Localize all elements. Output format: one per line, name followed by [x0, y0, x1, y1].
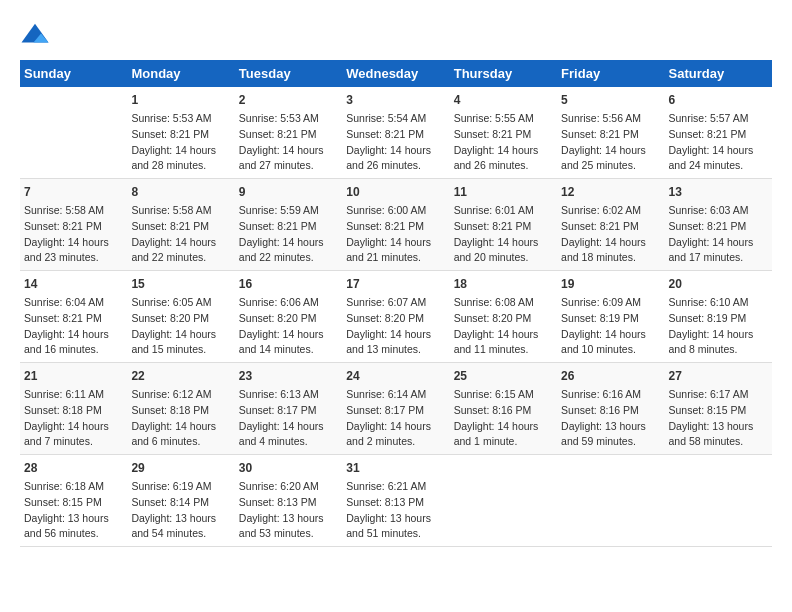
day-number: 17: [346, 275, 445, 293]
day-cell: 2Sunrise: 5:53 AM Sunset: 8:21 PM Daylig…: [235, 87, 342, 179]
day-info: Sunrise: 5:57 AM Sunset: 8:21 PM Dayligh…: [669, 111, 768, 174]
day-number: 8: [131, 183, 230, 201]
day-info: Sunrise: 6:21 AM Sunset: 8:13 PM Dayligh…: [346, 479, 445, 542]
logo: [20, 20, 54, 50]
day-cell: 15Sunrise: 6:05 AM Sunset: 8:20 PM Dayli…: [127, 271, 234, 363]
day-number: 3: [346, 91, 445, 109]
day-info: Sunrise: 6:00 AM Sunset: 8:21 PM Dayligh…: [346, 203, 445, 266]
day-number: 25: [454, 367, 553, 385]
calendar-body: 1Sunrise: 5:53 AM Sunset: 8:21 PM Daylig…: [20, 87, 772, 547]
day-number: 14: [24, 275, 123, 293]
day-number: 21: [24, 367, 123, 385]
day-number: 4: [454, 91, 553, 109]
day-cell: 13Sunrise: 6:03 AM Sunset: 8:21 PM Dayli…: [665, 179, 772, 271]
day-cell: 26Sunrise: 6:16 AM Sunset: 8:16 PM Dayli…: [557, 363, 664, 455]
day-cell: 25Sunrise: 6:15 AM Sunset: 8:16 PM Dayli…: [450, 363, 557, 455]
day-cell: 28Sunrise: 6:18 AM Sunset: 8:15 PM Dayli…: [20, 455, 127, 547]
calendar-table: SundayMondayTuesdayWednesdayThursdayFrid…: [20, 60, 772, 547]
day-cell: 17Sunrise: 6:07 AM Sunset: 8:20 PM Dayli…: [342, 271, 449, 363]
day-cell: 8Sunrise: 5:58 AM Sunset: 8:21 PM Daylig…: [127, 179, 234, 271]
week-row-1: 1Sunrise: 5:53 AM Sunset: 8:21 PM Daylig…: [20, 87, 772, 179]
day-info: Sunrise: 5:58 AM Sunset: 8:21 PM Dayligh…: [131, 203, 230, 266]
day-cell: 23Sunrise: 6:13 AM Sunset: 8:17 PM Dayli…: [235, 363, 342, 455]
day-cell: 12Sunrise: 6:02 AM Sunset: 8:21 PM Dayli…: [557, 179, 664, 271]
day-info: Sunrise: 6:12 AM Sunset: 8:18 PM Dayligh…: [131, 387, 230, 450]
day-cell: 1Sunrise: 5:53 AM Sunset: 8:21 PM Daylig…: [127, 87, 234, 179]
day-number: 24: [346, 367, 445, 385]
week-row-5: 28Sunrise: 6:18 AM Sunset: 8:15 PM Dayli…: [20, 455, 772, 547]
week-row-3: 14Sunrise: 6:04 AM Sunset: 8:21 PM Dayli…: [20, 271, 772, 363]
day-cell: 20Sunrise: 6:10 AM Sunset: 8:19 PM Dayli…: [665, 271, 772, 363]
weekday-header-row: SundayMondayTuesdayWednesdayThursdayFrid…: [20, 60, 772, 87]
day-cell: 27Sunrise: 6:17 AM Sunset: 8:15 PM Dayli…: [665, 363, 772, 455]
day-number: 19: [561, 275, 660, 293]
day-number: 31: [346, 459, 445, 477]
day-number: 1: [131, 91, 230, 109]
day-info: Sunrise: 6:20 AM Sunset: 8:13 PM Dayligh…: [239, 479, 338, 542]
day-info: Sunrise: 6:06 AM Sunset: 8:20 PM Dayligh…: [239, 295, 338, 358]
day-info: Sunrise: 6:14 AM Sunset: 8:17 PM Dayligh…: [346, 387, 445, 450]
day-cell: 31Sunrise: 6:21 AM Sunset: 8:13 PM Dayli…: [342, 455, 449, 547]
day-info: Sunrise: 6:05 AM Sunset: 8:20 PM Dayligh…: [131, 295, 230, 358]
day-cell: 16Sunrise: 6:06 AM Sunset: 8:20 PM Dayli…: [235, 271, 342, 363]
day-info: Sunrise: 6:19 AM Sunset: 8:14 PM Dayligh…: [131, 479, 230, 542]
day-info: Sunrise: 6:04 AM Sunset: 8:21 PM Dayligh…: [24, 295, 123, 358]
day-info: Sunrise: 6:15 AM Sunset: 8:16 PM Dayligh…: [454, 387, 553, 450]
day-info: Sunrise: 6:11 AM Sunset: 8:18 PM Dayligh…: [24, 387, 123, 450]
day-cell: 11Sunrise: 6:01 AM Sunset: 8:21 PM Dayli…: [450, 179, 557, 271]
day-number: 20: [669, 275, 768, 293]
day-info: Sunrise: 6:09 AM Sunset: 8:19 PM Dayligh…: [561, 295, 660, 358]
day-cell: 22Sunrise: 6:12 AM Sunset: 8:18 PM Dayli…: [127, 363, 234, 455]
day-number: 22: [131, 367, 230, 385]
weekday-header-sunday: Sunday: [20, 60, 127, 87]
day-info: Sunrise: 6:08 AM Sunset: 8:20 PM Dayligh…: [454, 295, 553, 358]
weekday-header-tuesday: Tuesday: [235, 60, 342, 87]
weekday-header-saturday: Saturday: [665, 60, 772, 87]
day-number: 23: [239, 367, 338, 385]
day-cell: [450, 455, 557, 547]
day-cell: 3Sunrise: 5:54 AM Sunset: 8:21 PM Daylig…: [342, 87, 449, 179]
day-info: Sunrise: 5:56 AM Sunset: 8:21 PM Dayligh…: [561, 111, 660, 174]
day-number: 12: [561, 183, 660, 201]
weekday-header-monday: Monday: [127, 60, 234, 87]
day-number: 18: [454, 275, 553, 293]
weekday-header-thursday: Thursday: [450, 60, 557, 87]
day-number: 5: [561, 91, 660, 109]
day-number: 27: [669, 367, 768, 385]
day-info: Sunrise: 6:16 AM Sunset: 8:16 PM Dayligh…: [561, 387, 660, 450]
day-number: 11: [454, 183, 553, 201]
day-number: 9: [239, 183, 338, 201]
day-number: 30: [239, 459, 338, 477]
day-info: Sunrise: 5:59 AM Sunset: 8:21 PM Dayligh…: [239, 203, 338, 266]
day-info: Sunrise: 5:55 AM Sunset: 8:21 PM Dayligh…: [454, 111, 553, 174]
day-info: Sunrise: 6:01 AM Sunset: 8:21 PM Dayligh…: [454, 203, 553, 266]
day-number: 15: [131, 275, 230, 293]
day-number: 13: [669, 183, 768, 201]
day-number: 7: [24, 183, 123, 201]
day-info: Sunrise: 5:53 AM Sunset: 8:21 PM Dayligh…: [131, 111, 230, 174]
day-info: Sunrise: 5:54 AM Sunset: 8:21 PM Dayligh…: [346, 111, 445, 174]
day-number: 2: [239, 91, 338, 109]
day-cell: 21Sunrise: 6:11 AM Sunset: 8:18 PM Dayli…: [20, 363, 127, 455]
weekday-header-friday: Friday: [557, 60, 664, 87]
day-cell: 30Sunrise: 6:20 AM Sunset: 8:13 PM Dayli…: [235, 455, 342, 547]
day-cell: 4Sunrise: 5:55 AM Sunset: 8:21 PM Daylig…: [450, 87, 557, 179]
day-cell: 29Sunrise: 6:19 AM Sunset: 8:14 PM Dayli…: [127, 455, 234, 547]
logo-icon: [20, 20, 50, 50]
day-number: 28: [24, 459, 123, 477]
day-number: 26: [561, 367, 660, 385]
day-cell: 7Sunrise: 5:58 AM Sunset: 8:21 PM Daylig…: [20, 179, 127, 271]
day-cell: 5Sunrise: 5:56 AM Sunset: 8:21 PM Daylig…: [557, 87, 664, 179]
weekday-header-wednesday: Wednesday: [342, 60, 449, 87]
day-info: Sunrise: 6:13 AM Sunset: 8:17 PM Dayligh…: [239, 387, 338, 450]
day-cell: 24Sunrise: 6:14 AM Sunset: 8:17 PM Dayli…: [342, 363, 449, 455]
calendar-header: SundayMondayTuesdayWednesdayThursdayFrid…: [20, 60, 772, 87]
day-number: 16: [239, 275, 338, 293]
day-cell: [665, 455, 772, 547]
day-info: Sunrise: 6:07 AM Sunset: 8:20 PM Dayligh…: [346, 295, 445, 358]
day-cell: 10Sunrise: 6:00 AM Sunset: 8:21 PM Dayli…: [342, 179, 449, 271]
week-row-4: 21Sunrise: 6:11 AM Sunset: 8:18 PM Dayli…: [20, 363, 772, 455]
day-number: 10: [346, 183, 445, 201]
day-info: Sunrise: 6:03 AM Sunset: 8:21 PM Dayligh…: [669, 203, 768, 266]
day-info: Sunrise: 6:17 AM Sunset: 8:15 PM Dayligh…: [669, 387, 768, 450]
